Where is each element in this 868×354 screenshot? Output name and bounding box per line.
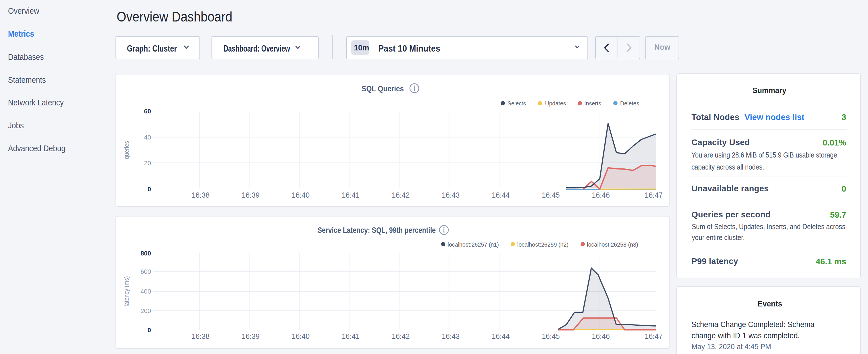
svg-text:800: 800 <box>141 250 151 257</box>
svg-text:16:40: 16:40 <box>292 332 310 340</box>
svg-text:16:42: 16:42 <box>392 191 410 199</box>
svg-text:16:42: 16:42 <box>392 332 410 340</box>
svg-text:200: 200 <box>141 307 151 315</box>
svg-text:latency (ms): latency (ms) <box>123 276 130 306</box>
svg-text:20: 20 <box>144 160 151 167</box>
svg-text:16:45: 16:45 <box>542 191 560 199</box>
svg-text:600: 600 <box>141 268 151 275</box>
svg-text:0: 0 <box>148 326 151 334</box>
svg-text:16:38: 16:38 <box>192 332 210 340</box>
svg-text:16:44: 16:44 <box>492 191 510 199</box>
svg-text:16:46: 16:46 <box>592 332 610 340</box>
svg-text:16:43: 16:43 <box>442 332 460 340</box>
svg-text:16:40: 16:40 <box>292 191 310 199</box>
svg-text:16:43: 16:43 <box>442 191 460 199</box>
svg-text:16:47: 16:47 <box>645 332 663 340</box>
svg-text:16:38: 16:38 <box>192 191 210 199</box>
svg-text:queries: queries <box>123 141 130 159</box>
svg-text:16:39: 16:39 <box>242 191 260 199</box>
svg-text:16:41: 16:41 <box>342 191 360 199</box>
svg-text:16:41: 16:41 <box>342 332 360 340</box>
svg-text:16:39: 16:39 <box>242 332 260 340</box>
svg-text:40: 40 <box>144 134 151 141</box>
svg-text:0: 0 <box>148 186 151 193</box>
svg-text:400: 400 <box>141 288 151 295</box>
svg-text:16:45: 16:45 <box>542 332 560 340</box>
svg-text:16:46: 16:46 <box>592 191 610 199</box>
svg-text:16:44: 16:44 <box>492 332 510 340</box>
svg-text:16:47: 16:47 <box>645 191 663 199</box>
svg-text:60: 60 <box>144 108 151 115</box>
